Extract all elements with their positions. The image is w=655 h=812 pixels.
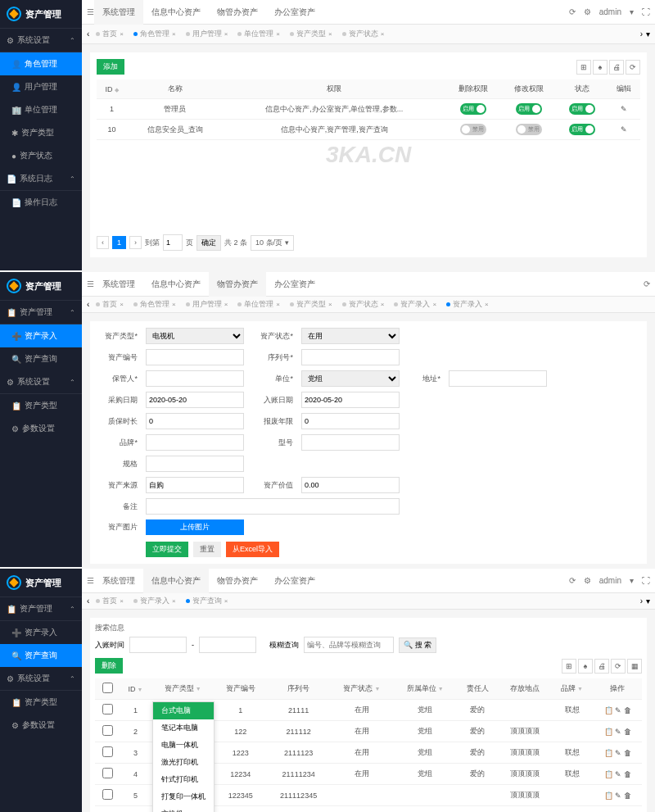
close-icon[interactable]: ×	[224, 597, 228, 605]
delete-icon[interactable]: 🗑	[624, 792, 631, 800]
col-header[interactable]: 修改权限	[501, 79, 557, 99]
menu-toggle-icon[interactable]: ☰	[87, 279, 94, 288]
warranty-input[interactable]	[146, 413, 244, 429]
dropdown-item[interactable]: 针式打印机	[153, 771, 214, 788]
tab-next-icon[interactable]: ›	[640, 597, 643, 606]
tab-menu-icon[interactable]: ▾	[646, 597, 650, 606]
search-button[interactable]: 🔍 搜 索	[399, 637, 436, 653]
add-button[interactable]: 添加	[97, 59, 124, 75]
tab[interactable]: 单位管理×	[234, 297, 283, 312]
col-header[interactable]: 所属单位▼	[394, 678, 457, 700]
view-icon[interactable]: 📋	[604, 706, 613, 714]
buy-date-input[interactable]	[146, 392, 244, 408]
col-header[interactable]: 删除权限	[445, 79, 501, 99]
fuzzy-input[interactable]	[304, 637, 394, 653]
menu-item[interactable]: 🔍资产查询	[0, 644, 82, 667]
edit-icon[interactable]: ✎	[615, 706, 621, 714]
menu-group[interactable]: ⚙系统设置⌃	[0, 370, 82, 394]
toggle[interactable]: 启用	[516, 103, 542, 115]
close-icon[interactable]: ×	[328, 30, 332, 38]
menu-item[interactable]: ⚙参数设置	[0, 417, 82, 440]
delete-icon[interactable]: 🗑	[624, 770, 631, 778]
col-header[interactable]: 状态	[557, 79, 608, 99]
filter-icon[interactable]: ▼	[138, 687, 143, 692]
filter-icon[interactable]: ▼	[577, 686, 583, 692]
export-icon[interactable]: ♠	[593, 60, 608, 75]
edit-icon[interactable]: ✎	[621, 125, 627, 134]
tab-menu-icon[interactable]: ▾	[646, 29, 650, 39]
keeper-input[interactable]	[146, 370, 244, 387]
tab-prev-icon[interactable]: ‹	[87, 597, 89, 606]
menu-item[interactable]: ✱资产类型	[0, 121, 82, 144]
gear-icon[interactable]: ⚙	[584, 7, 591, 16]
value-input[interactable]	[301, 477, 400, 493]
close-icon[interactable]: ×	[172, 597, 176, 605]
tab-prev-icon[interactable]: ‹	[87, 29, 89, 39]
export-icon[interactable]: ♠	[578, 659, 593, 674]
col-header[interactable]: 资产状态▼	[330, 678, 393, 700]
tab[interactable]: 角色管理×	[130, 26, 179, 42]
print-icon[interactable]: 🖨	[594, 659, 609, 674]
close-icon[interactable]: ×	[120, 597, 124, 605]
edit-icon[interactable]: ✎	[615, 749, 621, 757]
refresh-icon[interactable]: ⟳	[569, 576, 576, 585]
close-icon[interactable]: ×	[485, 301, 489, 308]
row-checkbox[interactable]	[102, 789, 113, 800]
view-icon[interactable]: 📋	[604, 749, 613, 757]
toggle[interactable]: 启用	[569, 103, 595, 115]
close-icon[interactable]: ×	[172, 301, 176, 308]
close-icon[interactable]: ×	[328, 301, 332, 308]
dropdown-item[interactable]: 电脑一体机	[153, 737, 214, 754]
dropdown-item[interactable]: 笔记本电脑	[153, 719, 214, 737]
refresh-icon[interactable]: ⟳	[611, 659, 626, 674]
brand-input[interactable]	[146, 434, 244, 451]
topnav-item[interactable]: 信息中心资产	[143, 272, 209, 297]
cols-icon[interactable]: ▦	[627, 659, 642, 674]
tab[interactable]: 单位管理×	[234, 26, 283, 42]
remark-input[interactable]	[146, 498, 400, 515]
topnav-item[interactable]: 系统管理	[94, 0, 143, 25]
excel-import-button[interactable]: 从Excel导入	[226, 542, 279, 557]
menu-toggle-icon[interactable]: ☰	[87, 7, 94, 16]
user-label[interactable]: admin	[599, 7, 621, 16]
topnav-item[interactable]: 物管办资产	[209, 0, 266, 25]
menu-item[interactable]: 👤用户管理	[0, 75, 82, 98]
unit-select[interactable]: 党组	[301, 370, 400, 387]
menu-item[interactable]: ➕资产录入	[0, 324, 82, 347]
col-header[interactable]: 责任人	[457, 678, 499, 700]
topnav-item[interactable]: 信息中心资产	[143, 569, 209, 593]
close-icon[interactable]: ×	[172, 30, 176, 38]
in-date-input[interactable]	[301, 392, 400, 408]
row-checkbox[interactable]	[102, 725, 113, 736]
tab[interactable]: 资产录入×	[391, 297, 440, 312]
fullscreen-icon[interactable]: ⛶	[642, 7, 650, 16]
delete-button[interactable]: 删除	[95, 658, 123, 674]
close-icon[interactable]: ×	[276, 30, 280, 38]
col-header[interactable]: 存放地点	[499, 678, 551, 700]
dropdown-item[interactable]: 激光打印机	[153, 754, 214, 771]
menu-item[interactable]: 📋资产类型	[0, 394, 82, 417]
close-icon[interactable]: ×	[432, 301, 436, 308]
edit-icon[interactable]: ✎	[621, 105, 627, 113]
filter-icon[interactable]: ▼	[196, 686, 201, 692]
col-header[interactable]: 权限	[223, 79, 445, 99]
close-icon[interactable]: ×	[224, 30, 228, 38]
view-icon[interactable]: 📋	[604, 792, 613, 800]
view-icon[interactable]: 📋	[604, 770, 613, 778]
menu-item[interactable]: 👤角色管理	[0, 52, 82, 75]
col-header[interactable]: 编辑	[608, 79, 640, 99]
edit-icon[interactable]: ✎	[615, 728, 621, 736]
close-icon[interactable]: ×	[381, 30, 385, 38]
col-header[interactable]: 序列号	[267, 678, 330, 700]
model-input[interactable]	[301, 434, 400, 451]
tab[interactable]: 资产类型×	[287, 297, 336, 312]
tab-prev-icon[interactable]: ‹	[87, 300, 89, 309]
filter-icon[interactable]: ⊞	[562, 659, 576, 674]
tab[interactable]: 首页×	[93, 593, 127, 609]
submit-button[interactable]: 立即提交	[146, 542, 188, 557]
menu-item[interactable]: ➕资产录入	[0, 621, 82, 644]
address-input[interactable]	[449, 370, 547, 387]
menu-item[interactable]: 🔍资产查询	[0, 347, 82, 370]
menu-item[interactable]: 🏢单位管理	[0, 98, 82, 121]
close-icon[interactable]: ×	[120, 301, 124, 308]
